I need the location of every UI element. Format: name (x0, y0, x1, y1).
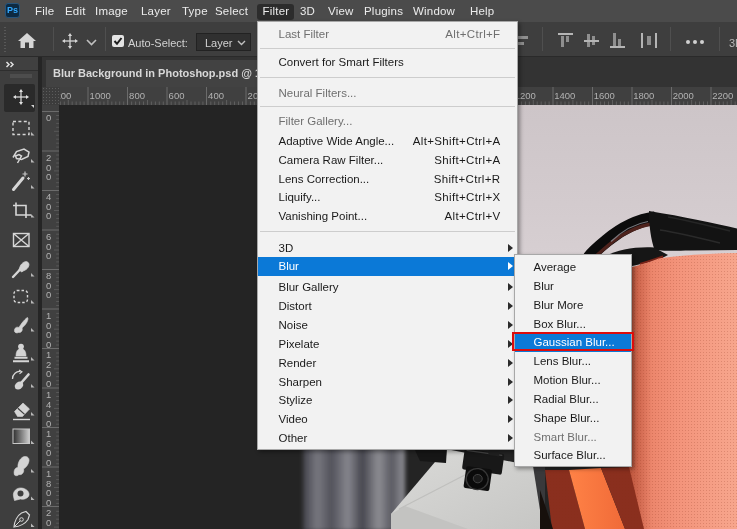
svg-text:1800: 1800 (633, 90, 654, 101)
svg-text:400: 400 (208, 90, 224, 101)
svg-text:1000: 1000 (90, 90, 111, 101)
svg-text:2200: 2200 (712, 90, 733, 101)
svg-text:2000: 2000 (673, 90, 694, 101)
svg-text:1400: 1400 (554, 90, 575, 101)
svg-text:600: 600 (169, 90, 185, 101)
svg-text:1600: 1600 (594, 90, 615, 101)
svg-text:800: 800 (129, 90, 145, 101)
